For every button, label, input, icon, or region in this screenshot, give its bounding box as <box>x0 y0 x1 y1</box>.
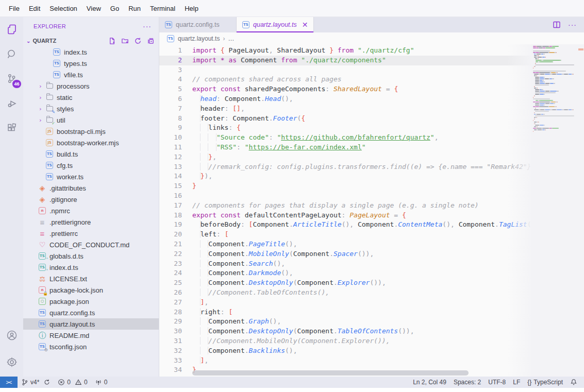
code-line-24[interactable]: 24 Component.Darkmode(), <box>159 268 531 278</box>
code-line-9[interactable]: 9 links: { <box>159 123 531 133</box>
source-control-icon[interactable]: 46 <box>0 66 23 91</box>
tree-item-package.json[interactable]: ⬡package.json <box>23 296 159 307</box>
code-line-27[interactable]: 27 ], <box>159 298 531 308</box>
code-line-26[interactable]: 26 //Component.TableOfContents(), <box>159 288 531 298</box>
collapse-all-icon[interactable] <box>147 37 155 45</box>
tree-item-.npmrc[interactable]: n.npmrc <box>23 205 159 216</box>
code-line-15[interactable]: 15} <box>159 181 531 191</box>
code-line-4[interactable]: 4// components shared across all pages <box>159 75 531 84</box>
tree-item-quartz.layout.ts[interactable]: TSquartz.layout.ts <box>23 318 159 330</box>
code-line-2[interactable]: 2import * as Component from "./quartz/co… <box>159 56 531 65</box>
breadcrumb[interactable]: TS quartz.layout.ts › … <box>159 32 584 44</box>
encoding-setting[interactable]: UTF-8 <box>485 377 509 388</box>
code-line-18[interactable]: 18export const defaultContentPageLayout:… <box>159 211 531 220</box>
tree-item-cfg.ts[interactable]: TScfg.ts <box>23 160 159 171</box>
tree-item-README.md[interactable]: ⓘREADME.md <box>23 330 159 341</box>
menu-item-view[interactable]: View <box>82 3 106 14</box>
remote-indicator[interactable]: >< <box>0 377 18 388</box>
tree-item-.gitignore[interactable]: ◈.gitignore <box>23 194 159 205</box>
horizontal-scrollbar[interactable] <box>192 370 469 376</box>
code-line-3[interactable]: 3 <box>159 65 531 75</box>
tree-item-tsconfig.json[interactable]: TS⚙tsconfig.json <box>23 341 159 352</box>
code-editor[interactable]: 1import { PageLayout, SharedLayout } fro… <box>159 44 584 377</box>
ports-status[interactable]: 0 <box>91 377 111 388</box>
code-line-30[interactable]: 30 Component.DesktopOnly(Component.Table… <box>159 327 531 336</box>
explorer-more-actions-icon[interactable]: ··· <box>143 22 152 30</box>
code-line-29[interactable]: 29 Component.Graph(), <box>159 317 531 327</box>
tree-item-.prettierrc[interactable]: ≡.prettierrc <box>23 228 159 239</box>
code-line-8[interactable]: 8 footer: Component.Footer({ <box>159 114 531 124</box>
code-line-12[interactable]: 12 }, <box>159 152 531 162</box>
menu-item-run[interactable]: Run <box>124 3 145 14</box>
code-line-32[interactable]: 32 Component.Backlinks(), <box>159 346 531 356</box>
tree-item-globals.d.ts[interactable]: TS°globals.d.ts <box>23 250 159 262</box>
explorer-icon[interactable] <box>0 17 23 42</box>
tree-item-package-lock.json[interactable]: n🔒package-lock.json <box>23 284 159 296</box>
folder-section-header[interactable]: ⌄ QUARTZ <box>23 35 159 46</box>
search-icon[interactable] <box>0 42 23 66</box>
tab-quartz.layout.ts[interactable]: TSquartz.layout.ts✕ <box>237 17 314 32</box>
new-file-icon[interactable] <box>108 37 116 45</box>
tree-folder-styles[interactable]: ›✎styles <box>23 103 159 114</box>
vertical-scrollbar[interactable] <box>578 44 584 377</box>
git-branch-status[interactable]: v4* <box>18 377 54 388</box>
menu-item-terminal[interactable]: Terminal <box>145 3 180 14</box>
code-line-33[interactable]: 33 ], <box>159 356 531 366</box>
problems-status[interactable]: 0 0 <box>54 377 91 388</box>
code-line-31[interactable]: 31 //Component.MobileOnly(Component.Expl… <box>159 336 531 346</box>
menu-item-help[interactable]: Help <box>180 3 203 14</box>
code-line-16[interactable]: 16 <box>159 191 531 201</box>
new-folder-icon[interactable] <box>121 37 129 45</box>
code-line-14[interactable]: 14 }), <box>159 172 531 181</box>
run-and-debug-icon[interactable] <box>0 91 23 116</box>
code-line-10[interactable]: 10 "Source code": "https://github.com/bf… <box>159 133 531 143</box>
code-line-5[interactable]: 5export const sharedPageComponents: Shar… <box>159 84 531 94</box>
indentation-setting[interactable]: Spaces: 2 <box>450 377 485 388</box>
menu-item-edit[interactable]: Edit <box>24 3 45 14</box>
code-line-25[interactable]: 25 Component.DesktopOnly(Component.Explo… <box>159 278 531 288</box>
tree-folder-static[interactable]: ›static <box>23 92 159 103</box>
tree-item-.gitattributes[interactable]: ◈.gitattributes <box>23 182 159 194</box>
extensions-icon[interactable] <box>0 116 23 141</box>
code-line-28[interactable]: 28 right: [ <box>159 308 531 317</box>
code-line-1[interactable]: 1import { PageLayout, SharedLayout } fro… <box>159 46 531 56</box>
code-line-13[interactable]: 13 //remark_config: config.plugins.trans… <box>159 162 531 172</box>
code-line-17[interactable]: 17// components for pages that display a… <box>159 201 531 211</box>
tree-item-types.ts[interactable]: TStypes.ts <box>23 58 159 69</box>
tree-item-bootstrap-cli.mjs[interactable]: JSbootstrap-cli.mjs <box>23 126 159 137</box>
notifications-bell[interactable] <box>566 377 581 388</box>
tree-item-index.ts[interactable]: TSindex.ts <box>23 46 159 58</box>
tree-item-bootstrap-worker.mjs[interactable]: JSbootstrap-worker.mjs <box>23 137 159 148</box>
eol-setting[interactable]: LF <box>509 377 524 388</box>
tree-item-quartz.config.ts[interactable]: TSquartz.config.ts <box>23 307 159 318</box>
tree-item-worker.ts[interactable]: TSworker.ts <box>23 171 159 182</box>
tree-item-LICENSE.txt[interactable]: ⚖LICENSE.txt <box>23 273 159 284</box>
accounts-icon[interactable] <box>0 323 23 348</box>
editor-more-actions-icon[interactable]: ··· <box>568 21 577 29</box>
tree-item-vfile.ts[interactable]: TSvfile.ts <box>23 69 159 80</box>
code-line-19[interactable]: 19 beforeBody: [Component.ArticleTitle()… <box>159 220 531 230</box>
breadcrumb-more[interactable]: … <box>228 35 234 42</box>
tree-folder-util[interactable]: ›✓util <box>23 114 159 126</box>
tab-quartz.config.ts[interactable]: TSquartz.config.ts <box>159 17 237 32</box>
code-line-22[interactable]: 22 Component.MobileOnly(Component.Spacer… <box>159 249 531 259</box>
tree-folder-processors[interactable]: ›processors <box>23 80 159 92</box>
code-line-6[interactable]: 6 head: Component.Head(), <box>159 94 531 104</box>
breadcrumb-file[interactable]: quartz.layout.ts <box>178 35 220 42</box>
split-editor-icon[interactable] <box>553 21 561 29</box>
cursor-position[interactable]: Ln 2, Col 49 <box>409 377 450 388</box>
code-line-20[interactable]: 20 left: [ <box>159 230 531 240</box>
tree-item-.prettierignore[interactable]: ≡.prettierignore <box>23 216 159 228</box>
tree-item-CODE_OF_CONDUCT.md[interactable]: ♡CODE_OF_CONDUCT.md <box>23 239 159 250</box>
code-line-21[interactable]: 21 Component.PageTitle(), <box>159 240 531 249</box>
tree-item-index.d.ts[interactable]: TS°index.d.ts <box>23 262 159 273</box>
refresh-icon[interactable] <box>134 37 142 45</box>
minimap[interactable] <box>531 44 578 377</box>
code-line-7[interactable]: 7 header: [], <box>159 104 531 114</box>
menu-item-selection[interactable]: Selection <box>45 3 81 14</box>
language-mode[interactable]: {} TypeScript <box>524 377 566 388</box>
code-line-23[interactable]: 23 Component.Search(), <box>159 259 531 269</box>
menu-item-file[interactable]: File <box>4 3 24 14</box>
close-icon[interactable]: ✕ <box>302 21 308 29</box>
settings-gear-icon[interactable] <box>0 348 23 377</box>
